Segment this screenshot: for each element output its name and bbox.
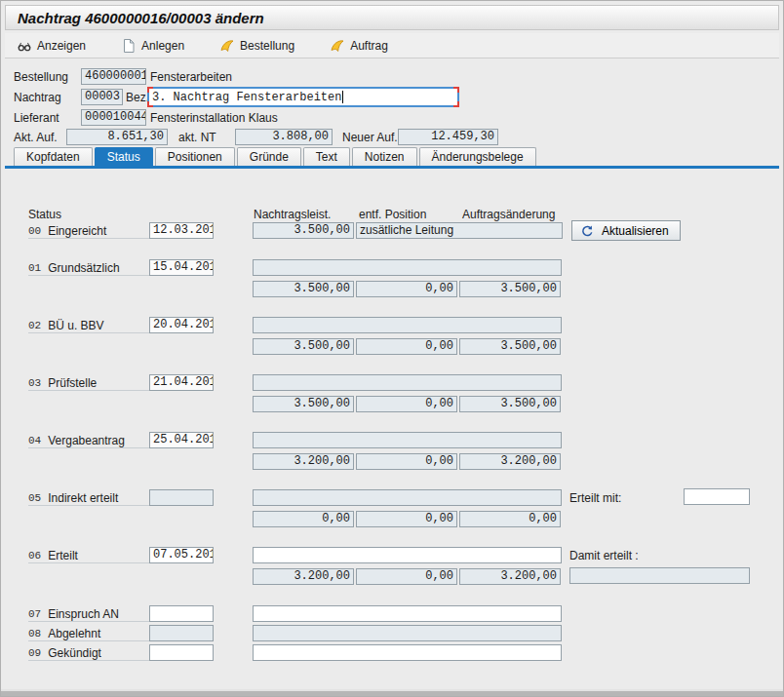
amount-field: 0,00 xyxy=(356,338,457,355)
tabstrip-underline xyxy=(5,166,779,169)
amount-field: 3.500,00 xyxy=(253,338,354,355)
auftrag-label: Auftrag xyxy=(350,39,388,53)
tab-notizen[interactable]: Notizen xyxy=(352,147,417,166)
status-row-label: 01 Grundsätzlich xyxy=(28,260,149,276)
status-row-label: 05 Indirekt erteilt xyxy=(28,490,149,506)
tab-aenderungsbelege[interactable]: Änderungsbelege xyxy=(419,147,536,166)
aktualisieren-label: Aktualisieren xyxy=(602,224,669,238)
tab-gruende[interactable]: Gründe xyxy=(237,147,301,166)
anlegen-label: Anlegen xyxy=(141,39,184,53)
nachtragsleist-field: 3.500,00 xyxy=(253,222,354,239)
anzeigen-button[interactable]: Anzeigen xyxy=(13,36,90,56)
amount-field: 3.500,00 xyxy=(253,396,354,412)
date-field-abgelehnt xyxy=(149,625,214,641)
tab-kopfdaten[interactable]: Kopfdaten xyxy=(14,147,93,166)
nachtrag-number-field[interactable]: 00003 xyxy=(81,89,123,105)
empty-wide-field xyxy=(253,374,562,391)
amount-field: 3.500,00 xyxy=(459,396,561,412)
erteilt-mit-field[interactable] xyxy=(684,488,750,505)
lieferant-number-field[interactable]: 0000100446 xyxy=(81,109,146,126)
status-row-label: 07 Einspruch AN xyxy=(28,606,149,622)
status-row-label: 09 Gekündigt xyxy=(28,645,149,661)
anzeigen-label: Anzeigen xyxy=(37,39,86,53)
akt-auf-label: Akt. Auf. xyxy=(14,130,58,145)
empty-wide-field xyxy=(253,259,562,276)
empty-wide-field xyxy=(253,432,562,448)
amount-field: 0,00 xyxy=(253,511,354,527)
tab-positionen[interactable]: Positionen xyxy=(155,147,235,166)
akt-nt-label: akt. NT xyxy=(178,130,216,145)
page-title: Nachtrag 4600000016/00003 ändern xyxy=(6,10,264,26)
date-field-grundsaetzlich[interactable]: 15.04.2014 xyxy=(149,259,214,276)
column-header-entf-position: entf. Position xyxy=(359,207,426,222)
tab-status[interactable]: Status xyxy=(95,147,153,166)
status-row-label: 06 Erteilt xyxy=(28,548,149,563)
empty-wide-field xyxy=(253,625,562,641)
follow-on-document-icon xyxy=(330,38,345,54)
anlegen-button[interactable]: Anlegen xyxy=(117,36,188,56)
lieferant-text: Fensterinstallation Klaus xyxy=(150,110,278,126)
date-field-eingereicht[interactable]: 12.03.2014 xyxy=(149,222,214,239)
aktualisieren-button[interactable]: Aktualisieren xyxy=(571,220,681,241)
focus-corner xyxy=(147,87,153,93)
column-header-nachtragsleist: Nachtragsleist. xyxy=(254,207,331,222)
date-field-vergabeantrag[interactable]: 25.04.2014 xyxy=(149,432,214,448)
glasses-icon xyxy=(17,38,32,54)
amount-field: 3.200,00 xyxy=(459,568,561,585)
tabstrip: Kopfdaten Status Positionen Gründe Text … xyxy=(14,147,536,166)
status-row-label: 03 Prüfstelle xyxy=(28,375,149,391)
nachtrag-label: Nachtrag xyxy=(14,90,61,105)
empty-wide-field[interactable] xyxy=(253,644,562,661)
column-header-auftragsaenderung: Auftragsänderung xyxy=(462,207,555,222)
date-field-erteilt[interactable]: 07.05.2016 xyxy=(149,547,214,563)
date-field-gekuendigt[interactable] xyxy=(149,644,214,661)
amount-field: 3.200,00 xyxy=(459,453,561,470)
akt-nt-field: 3.808,00 xyxy=(235,129,333,145)
new-document-icon xyxy=(121,38,137,54)
date-field-indirekt-erteilt xyxy=(149,489,214,506)
date-field-einspruch-an[interactable] xyxy=(149,605,214,622)
empty-wide-field[interactable] xyxy=(253,547,562,563)
amount-field: 3.200,00 xyxy=(253,568,354,585)
lieferant-label: Lieferant xyxy=(14,110,59,126)
bestellung-label: Bestellung xyxy=(14,69,68,85)
follow-on-document-icon xyxy=(219,38,235,54)
amount-field: 3.500,00 xyxy=(459,281,561,297)
amount-field: 3.200,00 xyxy=(253,453,354,470)
window-bottom-edge xyxy=(1,689,783,696)
amount-field: 0,00 xyxy=(356,281,457,297)
amount-field: 3.500,00 xyxy=(459,338,561,355)
amount-field: 0,00 xyxy=(356,511,457,527)
amount-field: 3.500,00 xyxy=(253,281,354,297)
window-titlebar: Nachtrag 4600000016/00003 ändern xyxy=(5,5,779,30)
date-field-pruefstelle[interactable]: 21.04.2014 xyxy=(149,374,214,391)
bez-input-value: 3. Nachtrag Fensterarbeiten xyxy=(152,91,341,104)
bez-input[interactable]: 3. Nachtrag Fensterarbeiten xyxy=(147,87,459,107)
neuer-auf-field: 12.459,30 xyxy=(398,129,498,145)
damit-erteilt-label: Damit erteilt : xyxy=(569,548,639,563)
auftrag-button[interactable]: Auftrag xyxy=(326,36,392,56)
empty-wide-field xyxy=(253,489,562,506)
status-row-label: 04 Vergabeantrag xyxy=(28,433,149,448)
bestellung-number-field[interactable]: 4600000016 xyxy=(81,68,146,85)
focus-corner xyxy=(453,101,459,107)
entf-position-field[interactable]: zusätliche Leitung xyxy=(356,222,563,239)
amount-field: 0,00 xyxy=(459,511,561,527)
damit-erteilt-field xyxy=(569,567,750,584)
refresh-icon xyxy=(580,224,594,238)
amount-field: 0,00 xyxy=(356,396,457,412)
status-row-label: 00 Eingereicht xyxy=(28,223,149,239)
bez-label: Bez. xyxy=(126,90,149,105)
empty-wide-field[interactable] xyxy=(253,605,562,622)
akt-auf-field: 8.651,30 xyxy=(66,129,168,145)
amount-field: 0,00 xyxy=(356,568,457,585)
bestellung-button[interactable]: Bestellung xyxy=(216,36,298,56)
column-header-status: Status xyxy=(28,207,61,222)
text-caret xyxy=(342,91,343,103)
sap-window: Nachtrag 4600000016/00003 ändern Anzeige… xyxy=(0,0,784,697)
date-field-bue-bbv[interactable]: 20.04.2014 xyxy=(149,317,214,333)
focus-corner xyxy=(147,101,153,107)
tab-text[interactable]: Text xyxy=(303,147,350,166)
status-row-label: 08 Abgelehnt xyxy=(28,626,149,641)
bestellung-text: Fensterarbeiten xyxy=(150,69,232,85)
